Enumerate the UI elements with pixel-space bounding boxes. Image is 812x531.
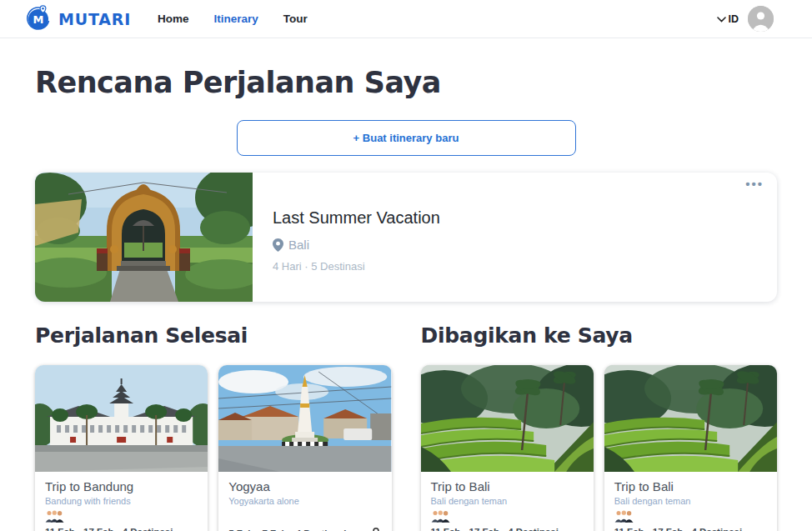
trip-card-title: Trip to Bali bbox=[431, 479, 584, 493]
trip-card-subtitle: Bali dengan teman bbox=[431, 496, 584, 506]
trip-location: Bali bbox=[288, 238, 309, 252]
trip-card-bali-2[interactable]: Trip to Bali Bali dengan teman bbox=[604, 365, 777, 531]
trip-card-dates: 11 Feb - 17 Feb · 4 Destinasi bbox=[614, 527, 742, 531]
language-label: ID bbox=[729, 13, 739, 25]
section-title-shared: Dibagikan ke Saya bbox=[421, 323, 778, 348]
group-members-icon bbox=[431, 510, 584, 523]
main-nav: Home Itinerary Tour bbox=[158, 13, 308, 25]
trip-card-yogya[interactable]: Yogyaa Yogyakarta alone 5 Feb - 7 Feb · … bbox=[218, 365, 391, 531]
section-shared: Dibagikan ke Saya bbox=[421, 323, 778, 531]
svg-text:M: M bbox=[33, 13, 44, 26]
trip-card-bali-1[interactable]: Trip to Bali Bali dengan teman bbox=[421, 365, 594, 531]
trip-photo-yogya bbox=[218, 365, 391, 472]
chevron-down-icon bbox=[717, 13, 726, 25]
trip-card-subtitle: Bandung with friends bbox=[45, 496, 198, 506]
page-title: Rencana Perjalanan Saya bbox=[35, 66, 777, 99]
trip-card-bandung[interactable]: Trip to Bandung Bandung with friends bbox=[35, 365, 208, 531]
main-content: Rencana Perjalanan Saya + Buat itinerary… bbox=[0, 66, 812, 531]
nav-tour[interactable]: Tour bbox=[283, 13, 308, 25]
location-pin-icon bbox=[273, 238, 283, 252]
members-spacer bbox=[228, 510, 381, 523]
trip-photo-rice-terrace bbox=[604, 365, 777, 472]
private-lock-icon bbox=[370, 527, 382, 531]
user-avatar[interactable] bbox=[748, 6, 774, 32]
section-completed: Perjalanan Selesai bbox=[35, 323, 392, 531]
header-right: ID bbox=[717, 6, 774, 32]
itinerary-card-current[interactable]: ••• Last Summer Vacation Bali 4 Hari · 5… bbox=[35, 173, 777, 302]
trip-card-title: Trip to Bandung bbox=[45, 479, 198, 493]
trip-card-dates: 11 Feb - 17 Feb · 4 Destinasi bbox=[45, 527, 173, 531]
nav-home[interactable]: Home bbox=[158, 13, 189, 25]
group-members-icon bbox=[614, 510, 767, 523]
nav-itinerary[interactable]: Itinerary bbox=[214, 13, 258, 25]
trip-card-title: Trip to Bali bbox=[614, 479, 767, 493]
sections-row: Perjalanan Selesai bbox=[35, 323, 777, 531]
trip-card-subtitle: Yogyakarta alone bbox=[228, 496, 381, 506]
trip-photo-bandung bbox=[35, 365, 208, 472]
trip-photo-bali-gate bbox=[35, 173, 253, 302]
top-nav-bar: M MUTARI Home Itinerary Tour ID bbox=[0, 0, 812, 38]
section-title-completed: Perjalanan Selesai bbox=[35, 323, 392, 348]
trip-photo-rice-terrace bbox=[421, 365, 594, 472]
trip-card-dates: 11 Feb - 17 Feb · 4 Destinasi bbox=[431, 527, 559, 531]
itinerary-card-body: ••• Last Summer Vacation Bali 4 Hari · 5… bbox=[253, 173, 777, 302]
trip-meta: 4 Hari · 5 Destinasi bbox=[273, 260, 757, 273]
more-menu-icon[interactable]: ••• bbox=[745, 177, 764, 191]
language-selector[interactable]: ID bbox=[717, 13, 739, 25]
brand-logo[interactable]: M MUTARI bbox=[25, 4, 131, 34]
create-itinerary-button[interactable]: + Buat itinerary baru bbox=[237, 120, 576, 156]
brand-name: MUTARI bbox=[58, 10, 131, 28]
trip-title: Last Summer Vacation bbox=[273, 208, 757, 228]
trip-card-title: Yogyaa bbox=[228, 479, 381, 493]
mutari-logo-icon: M bbox=[25, 4, 52, 34]
trip-card-subtitle: Bali dengan teman bbox=[614, 496, 767, 506]
group-members-icon bbox=[45, 510, 198, 523]
